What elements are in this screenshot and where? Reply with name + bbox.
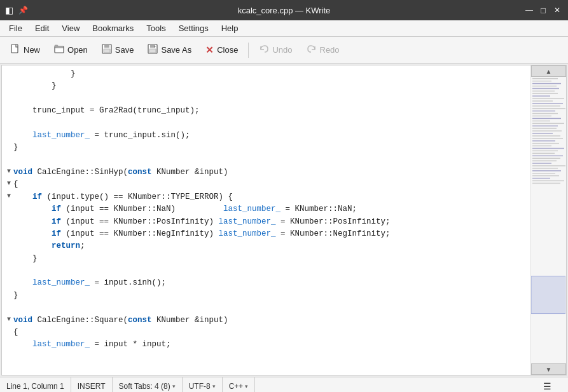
editor-main[interactable]: } } trunc_input = Gra2Rad(trunc_input); [2, 65, 530, 375]
status-tabs[interactable]: Soft Tabs: 4 (8) ▾ [113, 377, 183, 392]
scroll-up-arrow[interactable]: ▲ [531, 65, 566, 77]
svg-text:+: + [154, 44, 156, 48]
table-row [2, 302, 530, 314]
table-row: ▼ void CalcEngine::Square(const KNumber … [2, 314, 530, 327]
svg-rect-24 [532, 113, 558, 114]
svg-rect-16 [532, 93, 558, 93]
minimap[interactable]: ▲ [530, 65, 566, 375]
status-language[interactable]: C++ ▾ [223, 377, 256, 392]
svg-rect-50 [532, 178, 550, 179]
table-row: if (input == KNumber::NegInfinity) last_… [2, 228, 530, 240]
menu-view[interactable]: View [55, 22, 86, 35]
svg-rect-47 [532, 170, 561, 171]
close-file-label: Close [217, 45, 238, 55]
undo-button[interactable]: Undo [253, 41, 298, 59]
table-row: last_number_ = input.sinh(); [2, 277, 530, 289]
svg-rect-11 [532, 81, 551, 81]
svg-rect-14 [532, 88, 559, 89]
scroll-down-arrow[interactable]: ▼ [531, 363, 566, 375]
svg-rect-26 [532, 118, 561, 119]
language-dropdown[interactable]: C++ ▾ [229, 382, 249, 391]
close-file-button[interactable]: ✕ Close [199, 41, 244, 59]
menu-file[interactable]: File [3, 22, 29, 35]
close-window-button[interactable]: ✕ [551, 4, 563, 16]
svg-rect-29 [532, 125, 558, 126]
menu-edit[interactable]: Edit [29, 22, 55, 35]
save-icon [102, 44, 112, 56]
open-button[interactable]: Open [48, 41, 94, 59]
svg-rect-28 [532, 123, 564, 124]
svg-rect-31 [532, 130, 562, 131]
language-chevron-icon: ▾ [245, 383, 248, 389]
undo-icon [259, 44, 269, 56]
menu-tools[interactable]: Tools [140, 22, 172, 35]
redo-button[interactable]: Redo [300, 41, 346, 59]
language-label: C++ [229, 382, 244, 391]
svg-rect-12 [532, 83, 561, 84]
redo-label: Redo [320, 45, 340, 55]
tabs-label: Soft Tabs: 4 (8) [119, 382, 170, 391]
app-icon: ◧ [5, 5, 13, 15]
fold-arrow[interactable]: ▼ [4, 314, 13, 325]
svg-rect-2 [55, 45, 58, 47]
svg-rect-4 [104, 44, 109, 48]
status-position: Line 1, Column 1 [6, 377, 71, 392]
svg-rect-18 [532, 98, 564, 98]
save-label: Save [115, 45, 134, 55]
new-button[interactable]: New [4, 41, 46, 59]
svg-rect-39 [532, 151, 558, 151]
svg-rect-27 [532, 121, 550, 121]
editor-container: } } trunc_input = Gra2Rad(trunc_input); [1, 65, 567, 375]
save-button[interactable]: Save [95, 41, 141, 59]
svg-rect-44 [532, 163, 551, 163]
position-label: Line 1, Column 1 [6, 382, 64, 391]
svg-rect-48 [532, 173, 555, 173]
save-as-icon: + [148, 44, 158, 56]
code-area[interactable]: } } trunc_input = Gra2Rad(trunc_input); [2, 65, 530, 375]
svg-rect-36 [532, 143, 559, 144]
title-bar: ◧ 📌 kcalc_core.cpp — KWrite ― ◻ ✕ [0, 0, 568, 20]
maximize-button[interactable]: ◻ [537, 4, 549, 16]
svg-rect-41 [532, 156, 563, 156]
minimize-button[interactable]: ― [523, 4, 535, 16]
pin-icon[interactable]: 📌 [18, 6, 28, 15]
svg-rect-42 [532, 158, 560, 158]
fold-arrow[interactable]: ▼ [4, 191, 13, 201]
table-row [2, 265, 530, 277]
fold-arrow[interactable]: ▼ [4, 179, 13, 189]
title-bar-left: ◧ 📌 [5, 5, 28, 15]
table-row: return; [2, 240, 530, 252]
status-mode: INSERT [71, 377, 113, 392]
svg-rect-17 [532, 95, 550, 96]
mode-label: INSERT [78, 382, 106, 391]
table-row: } [2, 80, 530, 92]
svg-rect-40 [532, 153, 555, 154]
table-row: } [2, 290, 530, 302]
table-row [2, 154, 530, 166]
status-menu-icon-item[interactable]: ☰ [533, 377, 562, 392]
status-encoding[interactable]: UTF-8 ▾ [183, 377, 223, 392]
svg-rect-21 [532, 105, 560, 106]
tabs-dropdown[interactable]: Soft Tabs: 4 (8) ▾ [119, 382, 176, 391]
minimap-svg [531, 77, 565, 363]
svg-rect-13 [532, 86, 557, 86]
svg-rect-38 [532, 148, 564, 149]
svg-rect-35 [532, 140, 555, 141]
svg-rect-53 [531, 276, 565, 314]
menu-bookmarks[interactable]: Bookmarks [86, 22, 140, 35]
svg-rect-43 [532, 160, 557, 161]
menu-settings[interactable]: Settings [172, 22, 215, 35]
save-as-button[interactable]: + Save As [141, 41, 198, 59]
minimap-track[interactable] [531, 77, 566, 363]
table-row [2, 93, 530, 105]
status-menu-icon[interactable]: ☰ [539, 381, 555, 391]
table-row: ▼ if (input.type() == KNumber::TYPE_ERRO… [2, 191, 530, 203]
svg-rect-51 [532, 180, 564, 181]
menu-help[interactable]: Help [215, 22, 245, 35]
svg-rect-15 [532, 91, 555, 91]
title-bar-controls: ― ◻ ✕ [523, 4, 563, 16]
fold-arrow[interactable]: ▼ [4, 166, 13, 177]
encoding-label: UTF-8 [189, 382, 211, 391]
encoding-dropdown[interactable]: UTF-8 ▾ [189, 382, 216, 391]
undo-label: Undo [272, 45, 292, 55]
